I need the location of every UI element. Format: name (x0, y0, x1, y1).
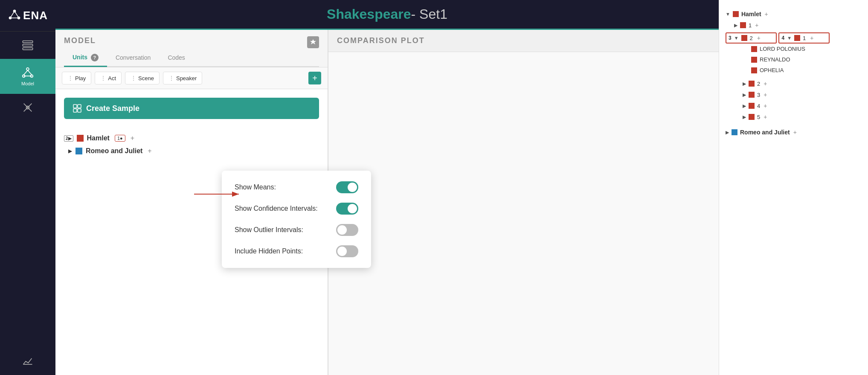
unit-tag-scene[interactable]: ⋮ Scene (125, 72, 160, 84)
fr-arrow-h-2-right[interactable]: ▶ (743, 81, 746, 87)
romeo-plus[interactable]: + (148, 147, 151, 155)
fr-color-h2 (741, 35, 747, 41)
fr-color-h2-1 (794, 35, 800, 41)
fr-plus-h2-1[interactable]: + (810, 35, 813, 41)
toggle-show-confidence[interactable] (336, 203, 358, 215)
hamlet-label: Hamlet (87, 134, 110, 142)
tab-codes[interactable]: Codes (159, 50, 193, 67)
fr-plus-h2[interactable]: + (757, 35, 761, 41)
svg-rect-23 (78, 109, 81, 112)
fr-color-h-5 (749, 114, 755, 120)
comparison-header: COMPARISON PLOT (328, 30, 719, 52)
romeo-arrow[interactable]: ▶ (68, 148, 72, 154)
comparison-title: COMPARISON PLOT (337, 36, 710, 45)
arrow-annotation (192, 188, 243, 202)
settings-icon[interactable] (307, 36, 319, 48)
fr-label-lord-polonius: LORD POLONIUS (760, 46, 805, 52)
fr-plus-h1[interactable]: + (755, 22, 758, 29)
fr-label-h-4: 4 (757, 103, 760, 109)
far-right-panel: ▼ Hamlet + ▶ 1 + 3 ▼ 2 + 4 ▼ 1 + LORD PO… (719, 0, 868, 375)
svg-rect-8 (23, 48, 32, 50)
units-bar: ⋮ Play ⋮ Act ⋮ Scene ⋮ Speaker + (55, 67, 328, 89)
add-unit-button[interactable]: + (308, 72, 321, 84)
popup-row-hidden: Include Hidden Points: (235, 245, 358, 257)
svg-rect-22 (73, 109, 77, 112)
sidebar-item-model[interactable]: Model (0, 59, 55, 94)
hamlet-badge-1[interactable]: 1● (115, 135, 125, 142)
fr-color-h1 (740, 22, 746, 28)
model-header: MODEL Units ? Conversation Codes (55, 30, 328, 67)
fr-plus-romeo[interactable]: + (793, 129, 797, 136)
unit-tag-play[interactable]: ⋮ Play (62, 72, 91, 84)
create-sample-button[interactable]: Create Sample (64, 98, 319, 119)
sidebar-item-tools[interactable] (0, 94, 55, 121)
fr-arrow-h2-1[interactable]: ▼ (787, 35, 792, 41)
header: Shakespeare - Set1 (55, 0, 719, 30)
fr-plus-h-2-right[interactable]: + (763, 80, 767, 87)
fr-item-hamlet-root: ▼ Hamlet + (726, 9, 862, 20)
hamlet-plus[interactable]: + (131, 134, 134, 142)
logo-text: ENA (23, 9, 48, 22)
romeo-label: Romeo and Juliet (86, 147, 142, 155)
svg-point-9 (26, 68, 29, 70)
badge-3-label: 3 (729, 35, 732, 41)
popup-overlay: Show Means: Show Confidence Intervals: S… (222, 171, 371, 268)
fr-color-h-2-right (749, 81, 755, 87)
fr-item-h-3: ▶ 3 + (726, 89, 862, 100)
tab-conversation[interactable]: Conversation (107, 50, 160, 67)
badge-4-label: 4 (781, 35, 784, 41)
fr-color-ophelia (751, 67, 757, 73)
fr-color-h-3 (749, 92, 755, 98)
tabs-bar: Units ? Conversation Codes (64, 49, 319, 67)
drag-handle-scene: ⋮ (131, 75, 136, 81)
svg-line-3 (10, 11, 15, 18)
svg-marker-19 (310, 39, 316, 44)
svg-line-12 (24, 70, 28, 75)
fr-arrow-h-4[interactable]: ▶ (743, 103, 746, 109)
fr-label-h1: 1 (749, 22, 752, 29)
fr-plus-hamlet[interactable]: + (765, 11, 768, 17)
fr-label-romeo: Romeo and Juliet (740, 129, 790, 136)
popup-row-confidence: Show Confidence Intervals: (235, 203, 358, 215)
svg-rect-6 (23, 41, 32, 43)
tab-units[interactable]: Units ? (64, 49, 107, 67)
sidebar-item-chart[interactable] (0, 348, 55, 375)
fr-plus-h-5[interactable]: + (763, 113, 767, 120)
toggle-show-means[interactable] (336, 181, 358, 193)
fr-arrow-h-5[interactable]: ▶ (743, 114, 746, 120)
fr-plus-h-3[interactable]: + (763, 91, 767, 98)
fr-arrow-h-3[interactable]: ▶ (743, 92, 746, 98)
units-help-icon[interactable]: ? (91, 54, 99, 61)
tree-item-hamlet: 2▶ Hamlet 1● + (64, 132, 319, 145)
toggle-include-hidden[interactable] (336, 245, 358, 257)
header-subtitle: - Set1 (411, 6, 447, 22)
unit-tag-act[interactable]: ⋮ Act (95, 72, 122, 84)
toggle-show-outlier[interactable] (336, 224, 358, 236)
romeo-color-box (75, 148, 82, 154)
logo-area: ENA (0, 0, 55, 32)
logo-icon (8, 8, 21, 23)
unit-tag-speaker[interactable]: ⋮ Speaker (163, 72, 202, 84)
model-panel: MODEL Units ? Conversation Codes (55, 30, 328, 375)
fr-arrow-hamlet[interactable]: ▼ (726, 12, 730, 17)
hamlet-badge-2[interactable]: 2▶ (64, 135, 73, 142)
sidebar-item-layers[interactable] (0, 32, 55, 59)
fr-arrow-h2[interactable]: ▼ (734, 35, 739, 41)
comparison-panel: COMPARISON PLOT (328, 30, 719, 375)
fr-label-h-3: 3 (757, 92, 760, 98)
popup-label-confidence: Show Confidence Intervals: (235, 205, 318, 212)
fr-label-h-2-right: 2 (757, 81, 760, 87)
fr-arrow-romeo[interactable]: ▶ (726, 130, 729, 135)
fr-item-h1: ▶ 1 + (726, 20, 862, 31)
fr-item-ophelia: OPHELIA (726, 65, 862, 76)
header-title: Shakespeare (327, 6, 411, 22)
fr-arrow-h1[interactable]: ▶ (734, 23, 737, 28)
fr-item-lord-polonius: LORD POLONIUS (726, 44, 862, 54)
fr-item-reynaldo: REYNALDO (726, 54, 862, 65)
fr-item-romeo-root: ▶ Romeo and Juliet + (726, 127, 862, 138)
drag-handle-speaker: ⋮ (168, 75, 174, 81)
svg-rect-21 (78, 105, 81, 108)
create-sample-label: Create Sample (86, 104, 139, 113)
fr-plus-h-4[interactable]: + (763, 102, 767, 109)
fr-item-h-5: ▶ 5 + (726, 111, 862, 122)
